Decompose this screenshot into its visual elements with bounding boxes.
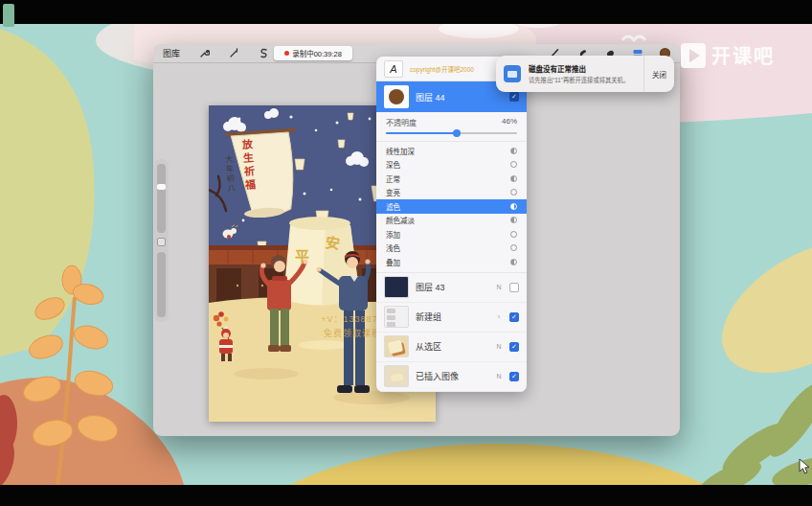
blend-mode-darker-color[interactable]: 深色 <box>376 158 527 172</box>
layer-visibility-checkbox[interactable]: ✓ <box>509 342 519 352</box>
letterbox-top <box>0 0 812 24</box>
selected-layer-name: 图层 44 <box>416 91 503 104</box>
layer44-thumbnail <box>384 85 409 108</box>
layer-visibility-checkbox[interactable]: ✓ <box>509 372 519 381</box>
brand-watermark: 开课吧 <box>681 41 775 69</box>
layer-name: 从选区 <box>416 340 488 353</box>
layer-row-43[interactable]: 图层 43 N <box>376 273 527 303</box>
blend-badge[interactable]: N <box>495 284 503 290</box>
group-chevron[interactable]: › <box>495 313 503 320</box>
sidebar-sliders <box>154 159 169 322</box>
recording-time: 录制中00:39:28 <box>292 48 342 58</box>
lantern-char-ping: 平 <box>295 245 309 265</box>
notification-text: 磁盘没有正常推出 请先推出“11”再断开连接或将其关机。 <box>529 63 643 84</box>
blend-mode-color-dodge[interactable]: 颜色减淡 <box>376 214 527 228</box>
blend-mode-icon <box>510 189 517 196</box>
opacity-section: 不透明度 46% <box>376 112 527 142</box>
layer-visibility-checkbox[interactable]: ✓ <box>509 312 519 322</box>
blend-mode-icon <box>510 244 517 251</box>
brand-name: 开课吧 <box>711 41 775 69</box>
disk-eject-notification[interactable]: 磁盘没有正常推出 请先推出“11”再断开连接或将其关机。 关闭 <box>496 56 674 92</box>
mouse-cursor <box>798 458 811 475</box>
blend-mode-icon <box>510 231 517 238</box>
group-thumbnail <box>384 306 409 328</box>
modify-button[interactable] <box>157 238 166 246</box>
layer-visibility-checkbox[interactable] <box>509 283 519 292</box>
brush-size-slider[interactable] <box>157 164 166 233</box>
lantern-char-an: 安 <box>325 231 342 253</box>
corner-chip <box>3 4 14 27</box>
brown-paint-blob <box>389 89 404 104</box>
from-selection-thumbnail <box>384 335 409 357</box>
brush-opacity-slider[interactable] <box>157 252 166 317</box>
brand-logo-icon <box>681 43 706 68</box>
layer-visibility-checkbox[interactable]: ✓ <box>509 92 519 102</box>
layer-row-group[interactable]: 新建组 › ✓ <box>376 303 527 333</box>
blend-mode-lighter-color[interactable]: 浅色 <box>376 242 527 256</box>
text-layer-thumbnail: A <box>384 60 403 78</box>
notification-title: 磁盘没有正常推出 <box>529 63 643 74</box>
actions-wrench-icon[interactable] <box>198 48 210 59</box>
adjustments-wand-icon[interactable] <box>228 48 239 59</box>
blend-mode-icon <box>510 175 517 182</box>
blend-mode-icon <box>510 161 517 168</box>
blend-badge[interactable]: N <box>495 373 503 380</box>
brush-size-handle[interactable] <box>157 184 166 190</box>
opacity-value: 46% <box>502 117 517 127</box>
blend-mode-icon <box>510 148 517 154</box>
blend-mode-icon <box>510 203 517 210</box>
opacity-slider-fill <box>386 132 458 134</box>
blend-mode-linear-burn[interactable]: 线性加深 <box>376 144 527 158</box>
layer-name: 已插入图像 <box>416 370 488 382</box>
opacity-slider-knob[interactable] <box>453 129 461 137</box>
screen: 开课吧 图库 <box>0 0 812 506</box>
blend-mode-icon <box>510 259 517 265</box>
letterbox-bottom <box>0 485 812 506</box>
recording-dot-icon <box>284 51 289 56</box>
selection-icon[interactable] <box>258 48 269 59</box>
blend-mode-icon <box>510 217 517 223</box>
blend-mode-screen[interactable]: 滤色 <box>376 199 527 214</box>
recording-indicator[interactable]: 录制中00:39:28 <box>274 46 352 60</box>
layer-row-from-selection[interactable]: 从选区 N ✓ <box>376 333 527 362</box>
layer-row-inserted-image[interactable]: 已插入图像 N ✓ <box>376 362 527 392</box>
opacity-label: 不透明度 <box>386 117 417 127</box>
layers-panel: A copyright@开课吧2000 图层 44 ✓ 不透明度 46% 线性加… <box>376 57 527 392</box>
opacity-slider[interactable] <box>386 132 517 134</box>
blend-mode-overlay[interactable]: 叠加 <box>376 255 527 269</box>
notification-body: 请先推出“11”再断开连接或将其关机。 <box>529 76 643 84</box>
blend-mode-list: 线性加深 深色 正常 变亮 滤色 颜色减淡 添加 浅色 叠加 <box>376 142 527 273</box>
layer-name: 图层 43 <box>416 281 488 293</box>
blend-mode-lighten[interactable]: 变亮 <box>376 186 527 200</box>
blend-mode-add[interactable]: 添加 <box>376 227 527 242</box>
layer43-thumbnail <box>384 276 409 298</box>
disk-icon <box>504 65 521 82</box>
notification-close-button[interactable]: 关闭 <box>643 56 674 92</box>
gallery-button[interactable]: 图库 <box>163 47 180 59</box>
blend-badge[interactable]: N <box>495 343 503 350</box>
inserted-image-thumbnail <box>384 365 409 387</box>
blend-mode-normal[interactable]: 正常 <box>376 172 527 186</box>
layer-name: 新建组 <box>416 310 488 323</box>
copyright-layer-name: copyright@开课吧2000 <box>410 64 503 74</box>
